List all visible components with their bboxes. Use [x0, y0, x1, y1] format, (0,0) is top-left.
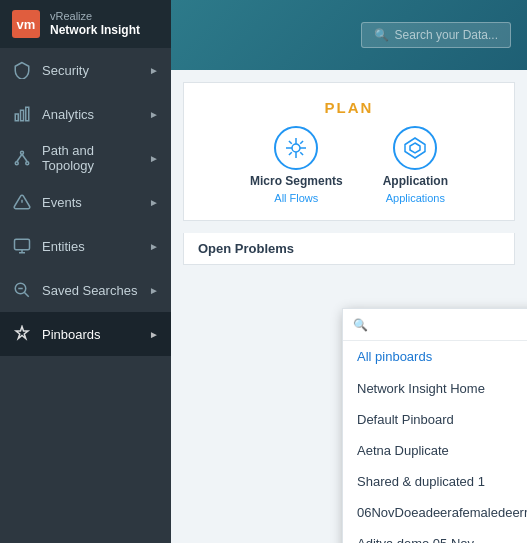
chevron-right-icon: ► [149, 153, 159, 164]
pinboards-dropdown: 🔍 All pinboards Network Insight Home ⌂ D… [342, 308, 527, 543]
pinboard-item-default[interactable]: Default Pinboard [343, 404, 527, 435]
chart-icon [12, 104, 32, 124]
pinboards-search[interactable]: 🔍 [343, 309, 527, 341]
application-icon [393, 126, 437, 170]
svg-marker-26 [410, 143, 420, 153]
app-logo-text: vRealize Network Insight [50, 10, 140, 38]
plan-section: PLAN Micro Segments [183, 82, 515, 221]
sidebar-logo[interactable]: vm vRealize Network Insight [0, 0, 171, 48]
svg-point-5 [26, 162, 29, 165]
svg-line-14 [24, 292, 29, 297]
chevron-right-icon: ► [149, 197, 159, 208]
app-vendor: vRealize [50, 10, 140, 23]
pinboard-item-all-label: All pinboards [357, 349, 527, 364]
app-logo-icon: vm [12, 10, 40, 38]
chevron-right-icon: ► [149, 329, 159, 340]
app-title: Network Insight [50, 23, 140, 37]
sidebar-item-pinboards-label: Pinboards [42, 327, 139, 342]
pinboard-item-home[interactable]: Network Insight Home ⌂ [343, 372, 527, 404]
network-icon [12, 148, 32, 168]
search-icon: 🔍 [374, 28, 389, 42]
plan-title: PLAN [325, 99, 374, 116]
sidebar-item-analytics[interactable]: Analytics ► [0, 92, 171, 136]
svg-point-4 [15, 162, 18, 165]
sidebar-item-saved-searches-label: Saved Searches [42, 283, 139, 298]
saved-search-icon [12, 280, 32, 300]
sidebar-item-path-topology[interactable]: Path and Topology ► [0, 136, 171, 180]
sidebar-item-entities[interactable]: Entities ► [0, 224, 171, 268]
search-icon-sm: 🔍 [353, 318, 368, 332]
svg-line-7 [22, 154, 27, 162]
micro-segments-icon [274, 126, 318, 170]
pinboard-item-all[interactable]: All pinboards [343, 341, 527, 372]
pinboards-search-input[interactable] [374, 317, 527, 332]
sidebar-item-events-label: Events [42, 195, 139, 210]
pinboard-item-aetna-label: Aetna Duplicate [357, 443, 527, 458]
micro-segments-sub: All Flows [274, 192, 318, 204]
pinboard-item-default-label: Default Pinboard [357, 412, 527, 427]
svg-rect-10 [15, 239, 30, 250]
chevron-right-icon: ► [149, 65, 159, 76]
sidebar-nav: Security ► Analytics ► Path and Topology [0, 48, 171, 543]
chevron-right-icon: ► [149, 285, 159, 296]
svg-rect-1 [21, 110, 24, 121]
sidebar-item-entities-label: Entities [42, 239, 139, 254]
sidebar-item-pinboards[interactable]: Pinboards ► [0, 312, 171, 356]
svg-line-21 [289, 141, 292, 144]
plan-items: Micro Segments All Flows Application App… [250, 126, 448, 204]
search-placeholder: Search your Data... [395, 28, 498, 42]
svg-rect-0 [15, 114, 18, 121]
svg-marker-25 [405, 138, 425, 158]
chevron-right-icon: ► [149, 109, 159, 120]
sidebar-item-events[interactable]: Events ► [0, 180, 171, 224]
plan-item-application[interactable]: Application Applications [383, 126, 448, 204]
sidebar-item-saved-searches[interactable]: Saved Searches ► [0, 268, 171, 312]
sidebar-item-security[interactable]: Security ► [0, 48, 171, 92]
sidebar-item-security-label: Security [42, 63, 139, 78]
svg-rect-2 [26, 107, 29, 121]
svg-line-22 [301, 152, 304, 155]
pinboard-item-long-label: 06NovDoeadeerafemaledeerrayadropofgolden… [357, 505, 527, 520]
main-header: 🔍 Search your Data... [171, 0, 527, 70]
svg-line-24 [289, 152, 292, 155]
pinboard-item-long[interactable]: 06NovDoeadeerafemaledeerrayadropofgolden… [343, 497, 527, 528]
pinboard-item-shared-label: Shared & duplicated 1 [357, 474, 527, 489]
plan-item-micro-segments[interactable]: Micro Segments All Flows [250, 126, 343, 204]
pinboard-item-aditya[interactable]: Aditya demo 05 Nov [343, 528, 527, 543]
svg-line-6 [17, 154, 22, 162]
pinboards-list: All pinboards Network Insight Home ⌂ Def… [343, 341, 527, 543]
chevron-right-icon: ► [149, 241, 159, 252]
svg-point-16 [292, 144, 300, 152]
sidebar: vm vRealize Network Insight Security ► A [0, 0, 171, 543]
svg-line-23 [301, 141, 304, 144]
warning-icon [12, 192, 32, 212]
pinboard-item-aetna[interactable]: Aetna Duplicate [343, 435, 527, 466]
pinboard-item-home-label: Network Insight Home [357, 381, 527, 396]
application-sub: Applications [386, 192, 445, 204]
svg-point-3 [21, 151, 24, 154]
pinboard-item-shared[interactable]: Shared & duplicated 1 [343, 466, 527, 497]
pin-icon [12, 324, 32, 344]
application-name: Application [383, 174, 448, 188]
global-search-bar[interactable]: 🔍 Search your Data... [361, 22, 511, 48]
open-problems-label: Open Problems [183, 233, 515, 265]
sidebar-item-path-topology-label: Path and Topology [42, 143, 139, 173]
main-content: 🔍 Search your Data... PLAN [171, 0, 527, 543]
shield-icon [12, 60, 32, 80]
pinboard-item-aditya-label: Aditya demo 05 Nov [357, 536, 527, 543]
sidebar-item-analytics-label: Analytics [42, 107, 139, 122]
micro-segments-name: Micro Segments [250, 174, 343, 188]
monitor-icon [12, 236, 32, 256]
